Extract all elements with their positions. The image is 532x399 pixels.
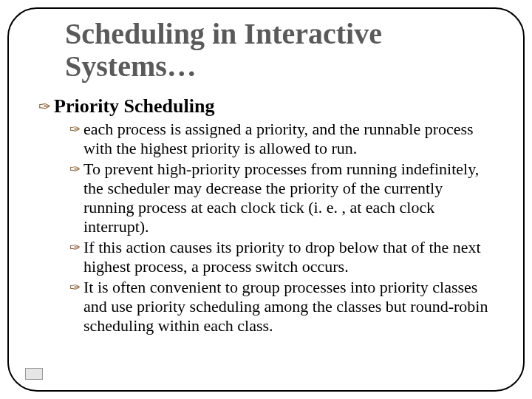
- section-heading-row: ✑ Priority Scheduling: [38, 96, 494, 117]
- bullet-icon: ✑: [69, 278, 81, 297]
- bullet-list: ✑ each process is assigned a priority, a…: [69, 120, 494, 335]
- list-item: ✑ each process is assigned a priority, a…: [69, 120, 494, 158]
- list-item-text: To prevent high-priority processes from …: [83, 160, 494, 236]
- list-item: ✑ It is often convenient to group proces…: [69, 278, 494, 335]
- bullet-icon: ✑: [38, 96, 51, 117]
- slide-frame: Scheduling in Interactive Systems… ✑ Pri…: [7, 7, 525, 392]
- section-heading: Priority Scheduling: [54, 96, 214, 117]
- slide-number-placeholder: [25, 368, 43, 380]
- bullet-icon: ✑: [69, 160, 81, 179]
- list-item: ✑ To prevent high-priority processes fro…: [69, 160, 494, 236]
- list-item-text: each process is assigned a priority, and…: [83, 120, 494, 158]
- list-item: ✑ If this action causes its priority to …: [69, 238, 494, 276]
- slide-title: Scheduling in Interactive Systems…: [65, 18, 494, 83]
- list-item-text: If this action causes its priority to dr…: [83, 238, 494, 276]
- bullet-icon: ✑: [69, 120, 81, 139]
- list-item-text: It is often convenient to group processe…: [83, 278, 494, 335]
- bullet-icon: ✑: [69, 238, 81, 257]
